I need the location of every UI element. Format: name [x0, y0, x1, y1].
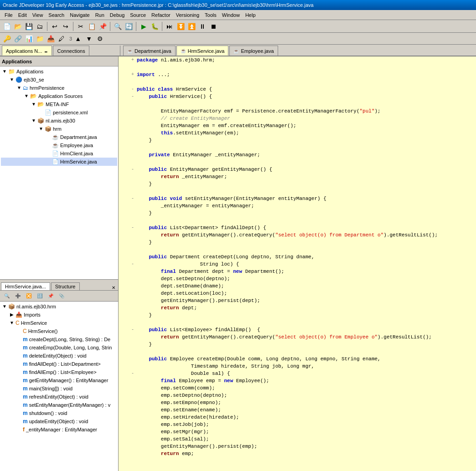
menu-refactor[interactable]: Refactor — [149, 11, 173, 19]
panel-tab-connections[interactable]: Connections — [53, 46, 89, 56]
close-bottom-left-button[interactable]: ✕ — [112, 285, 115, 290]
toggle-imports[interactable]: ▶ — [8, 311, 16, 318]
menu-view[interactable]: View — [30, 11, 46, 19]
struct-hrmservice-class[interactable]: ▼ C HrmService — [1, 319, 117, 327]
struct-findallemp[interactable]: m findAllEmp() : List<Employee> — [1, 368, 117, 376]
toggle-app-sources[interactable]: ▼ — [23, 92, 30, 100]
tb2-btn3[interactable]: 📊 — [24, 34, 34, 44]
struct-updateentity[interactable]: m updateEntity(Object) : void — [1, 417, 117, 425]
struct-search-btn[interactable]: 🔍 — [2, 291, 12, 301]
toggle-applications[interactable]: ▼ — [1, 68, 8, 75]
menu-debug[interactable]: Debug — [107, 11, 127, 19]
fold-findalldept[interactable]: - — [131, 224, 136, 231]
tree-hrmpersistence[interactable]: ▼ 🗂 hrmPersistence — [1, 84, 117, 92]
undo-button[interactable]: ↩ — [50, 21, 60, 31]
save-all-button[interactable]: 🗂 — [35, 21, 45, 31]
struct-createdept[interactable]: m createDept(Long, String, String) : De — [1, 335, 117, 343]
project-tree[interactable]: ▼ 📁 Applications ▼ 🔵 ejb30_se ▼ — [0, 67, 118, 279]
struct-deleteentity[interactable]: m deleteEntity(Object) : void — [1, 352, 117, 360]
struct-btn6[interactable]: 📎 — [57, 291, 67, 301]
struct-constructor[interactable]: C HrmService() — [1, 327, 117, 335]
menu-search[interactable]: Search — [46, 11, 67, 19]
tb2-btn5[interactable]: 📥 — [46, 34, 56, 44]
paste-button[interactable]: 📌 — [98, 21, 108, 31]
toggle-hrm[interactable]: ▼ — [37, 125, 45, 133]
save-button[interactable]: 💾 — [24, 21, 34, 31]
struct-btn5[interactable]: 📌 — [46, 291, 56, 301]
step-over-button[interactable]: ⏭ — [165, 21, 175, 31]
menu-edit[interactable]: Edit — [16, 11, 30, 19]
struct-package[interactable]: ▼ 📦 nl.amis.ejb30.hrm — [1, 302, 117, 311]
tree-persistence-xml[interactable]: 📄 persistence.xml — [1, 108, 117, 117]
tb2-btn8[interactable]: ▼ — [84, 34, 94, 44]
structure-tree[interactable]: ▼ 📦 nl.amis.ejb30.hrm ▶ 📥 Imports ▼ — [0, 302, 118, 471]
struct-btn2[interactable]: ➕ — [13, 291, 23, 301]
menu-source[interactable]: Source — [127, 11, 149, 19]
tb2-btn4[interactable]: 📁 — [35, 34, 45, 44]
menu-help[interactable]: Help — [243, 11, 259, 19]
stop-button[interactable]: ⏹ — [208, 21, 218, 31]
menu-tools[interactable]: Tools — [202, 11, 219, 19]
fold-constructor[interactable]: - — [131, 93, 136, 100]
run-button[interactable]: ▶ — [139, 21, 149, 31]
fold-findallemp[interactable]: - — [131, 326, 136, 333]
menu-window[interactable]: Window — [219, 11, 243, 19]
fold-getter[interactable]: - — [131, 166, 136, 173]
tree-hrmservice-java[interactable]: 📄 HrmService.java — [1, 158, 117, 166]
struct-main[interactable]: m main(String[]) : void — [1, 384, 117, 393]
tb2-btn2[interactable]: 🔗 — [13, 34, 23, 44]
redo-button[interactable]: ↪ — [61, 21, 71, 31]
cut-button[interactable]: ✂ — [76, 21, 86, 31]
editor-tab-department[interactable]: ☕ Department.java — [123, 46, 176, 56]
structure-tab-structure[interactable]: Structure — [51, 282, 80, 290]
tb2-btn6[interactable]: 🖊 — [57, 34, 67, 44]
fold-class[interactable]: - — [131, 86, 136, 93]
menu-navigate[interactable]: Navigate — [67, 11, 92, 19]
menu-run[interactable]: Run — [93, 11, 107, 19]
toggle-nl-amis[interactable]: ▼ — [30, 117, 37, 124]
toggle-hrmservice-class[interactable]: ▼ — [8, 319, 16, 327]
editor-tab-hrm[interactable]: ☕ HrmService.java — [176, 46, 229, 56]
tree-hrm-pkg[interactable]: ▼ 📦 hrm — [1, 125, 117, 133]
struct-refreshentity[interactable]: m refreshEntity(Object) : void — [1, 393, 117, 401]
editor-tab-employee[interactable]: ☕ Employee.java — [229, 46, 278, 56]
panel-minimize-icon[interactable]: 🗕 — [44, 49, 48, 53]
struct-findalldept[interactable]: m findAllDept() : List<Department> — [1, 360, 117, 368]
struct-createemp[interactable]: m createEmp(Double, Long, Long, Strin — [1, 343, 117, 352]
fold-createemp[interactable]: - — [131, 370, 136, 377]
fold-import[interactable]: + — [131, 71, 136, 78]
open-button[interactable]: 📂 — [13, 21, 23, 31]
struct-shutdown[interactable]: m shutdown() : void — [1, 409, 117, 417]
struct-getentitymanager[interactable]: m getEntityManager() : EntityManager — [1, 376, 117, 384]
tree-nl-amis[interactable]: ▼ 📦 nl.amis.ejb30 — [1, 117, 117, 125]
toggle-meta-inf[interactable]: ▼ — [30, 101, 37, 108]
pause-button[interactable]: ⏸ — [197, 21, 207, 31]
tree-root-applications[interactable]: ▼ 📁 Applications — [1, 67, 117, 76]
tree-dept-java[interactable]: ☕ Department.java — [1, 133, 117, 141]
tree-emp-java[interactable]: ☕ Employee.java — [1, 141, 117, 149]
tree-hrmclient-java[interactable]: 📄 HrmClient.java — [1, 149, 117, 158]
debug-button[interactable]: 🐛 — [150, 21, 160, 31]
struct-btn4[interactable]: 🔢 — [35, 291, 45, 301]
menu-versioning[interactable]: Versioning — [173, 11, 202, 19]
toggle-struct-pkg[interactable]: ▼ — [1, 303, 8, 310]
replace-button[interactable]: 🔄 — [124, 21, 134, 31]
fold-createdept[interactable]: - — [131, 261, 136, 268]
tb2-btn7[interactable]: ▲ — [73, 34, 83, 44]
toggle-ejb30[interactable]: ▼ — [8, 76, 16, 83]
panel-tab-applications[interactable]: Applications N... 🗕 — [2, 46, 52, 56]
fold-btn[interactable]: + — [131, 56, 136, 64]
tree-meta-inf[interactable]: ▼ 📂 META-INF — [1, 100, 117, 108]
fold-setter[interactable]: - — [131, 195, 136, 202]
new-button[interactable]: 📄 — [2, 21, 12, 31]
struct-btn3[interactable]: 🔀 — [24, 291, 34, 301]
toggle-hrmpersistence[interactable]: ▼ — [16, 84, 23, 92]
code-editor[interactable]: + package nl.amis.ejb30.hrm; + import ..… — [119, 56, 476, 471]
struct-setentitymanager[interactable]: m setEntityManager(EntityManager) : v — [1, 401, 117, 409]
tree-app-sources[interactable]: ▼ 📂 Application Sources — [1, 92, 117, 100]
tree-ejb30-se[interactable]: ▼ 🔵 ejb30_se — [1, 76, 117, 84]
tb2-btn9[interactable]: ⚙ — [95, 34, 105, 44]
search-button[interactable]: 🔍 — [113, 21, 123, 31]
copy-button[interactable]: 📋 — [87, 21, 97, 31]
structure-tab-hrm[interactable]: HrmService.java... — [1, 282, 50, 290]
